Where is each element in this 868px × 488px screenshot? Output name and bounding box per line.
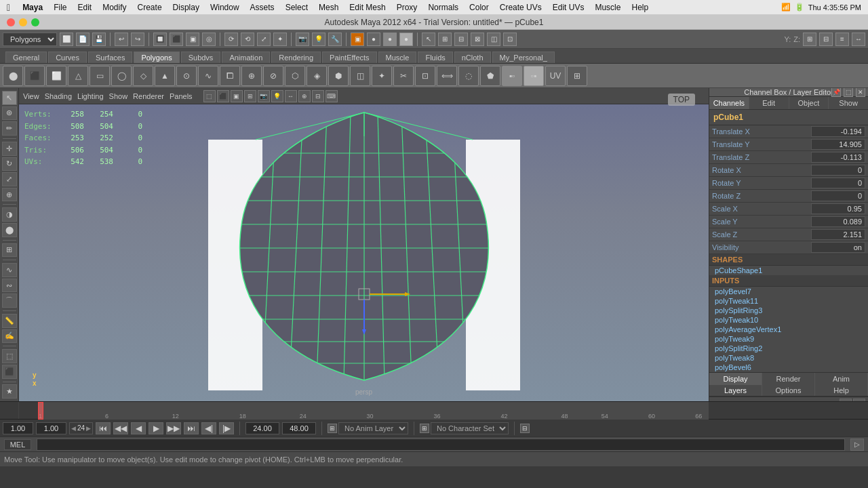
toolbar-icon-5[interactable]: ↪ (131, 33, 144, 46)
menu-create[interactable]: Create (132, 3, 167, 12)
menu-modify[interactable]: Modify (97, 3, 132, 12)
toolbar-icon-snap3[interactable]: ⊠ (471, 33, 484, 46)
cb-pin-icon[interactable]: 📌 (831, 88, 841, 97)
menu-select[interactable]: Select (280, 3, 313, 12)
shelf-tab-subdvs[interactable]: Subdvs (181, 52, 221, 63)
toolbar-icon-light[interactable]: ● (383, 33, 397, 46)
menu-normals[interactable]: Normals (422, 3, 464, 12)
toolbar-icon-snap1[interactable]: ⊞ (438, 33, 452, 46)
timeline-playhead[interactable] (38, 402, 43, 420)
playback-end-input[interactable] (245, 422, 279, 434)
shelf-tab-curves[interactable]: Curves (48, 52, 87, 63)
shelf-extrude[interactable]: ⬡ (285, 66, 305, 86)
shelf-bridge[interactable]: ⬢ (328, 66, 349, 86)
soft-modify-tool[interactable]: ◑ (2, 207, 17, 222)
toolbar-icon-14[interactable]: 📷 (296, 33, 309, 46)
shelf-plane[interactable]: ▭ (90, 66, 110, 86)
curve-bezier-tool[interactable]: ⌒ (2, 293, 17, 308)
toolbar-icon-end2[interactable]: ⊟ (819, 33, 833, 46)
paint-tool[interactable]: ✏ (2, 121, 17, 136)
cb-input-polytweak9[interactable]: polyTweak9 (709, 334, 868, 344)
cb-translate-y-val[interactable]: 14.905 (811, 139, 865, 150)
shelf-combine[interactable]: ⊕ (241, 66, 262, 86)
playback-current-input[interactable] (36, 422, 66, 434)
menu-mesh[interactable]: Mesh (313, 3, 344, 12)
toolbar-icon-snap2[interactable]: ⊟ (454, 33, 468, 46)
cb-lay-tab-layers[interactable]: Layers (709, 385, 762, 396)
toolbar-icon-end4[interactable]: ↔ (852, 33, 865, 46)
toolbar-icon-16[interactable]: 🔧 (328, 33, 342, 46)
menu-color[interactable]: Color (464, 3, 494, 12)
cb-tab-edit[interactable]: Edit (749, 97, 789, 109)
shelf-cone[interactable]: △ (68, 66, 88, 86)
cb-visibility-val[interactable]: on (811, 242, 865, 253)
cb-input-polyaveragevertex1[interactable]: polyAverageVertex1 (709, 325, 868, 334)
shelf-prism[interactable]: ◇ (133, 66, 153, 86)
cb-translate-z-val[interactable]: -0.113 (811, 152, 865, 163)
shelf-tab-surfaces[interactable]: Surfaces (88, 52, 132, 63)
lasso-tool[interactable]: ⊛ (2, 106, 17, 121)
toolbar-icon-gray[interactable]: ● (367, 33, 380, 46)
toolbar-icon-13[interactable]: ✦ (273, 33, 287, 46)
shelf-reduce[interactable]: ⬟ (480, 66, 500, 86)
toolbar-icon-4[interactable]: ↩ (115, 33, 128, 46)
cb-translate-x-val[interactable]: -0.194 (811, 126, 865, 137)
menu-display[interactable]: Display (167, 3, 205, 12)
shelf-mirror[interactable]: ⟺ (437, 66, 457, 86)
play-forward-button[interactable]: ▶ (149, 422, 163, 434)
cb-tab-channels[interactable]: Channels (709, 97, 749, 109)
cb-input-polysplitring2[interactable]: polySplitRing2 (709, 344, 868, 353)
toolbar-icon-12[interactable]: ⤢ (257, 33, 271, 46)
select-tool[interactable]: ↖ (2, 91, 17, 105)
command-output-icon[interactable]: ▷ (850, 439, 864, 451)
shelf-pyramid[interactable]: ▲ (155, 66, 175, 86)
cb-bot-tab-anim[interactable]: Anim (815, 373, 868, 385)
toolbar-icon-1[interactable]: ⬜ (60, 33, 73, 46)
measure-tool[interactable]: 📏 (2, 314, 17, 328)
mel-label[interactable]: MEL (4, 439, 31, 450)
shelf-cube[interactable]: ⬛ (24, 66, 45, 86)
scale-tool[interactable]: ⤢ (2, 172, 17, 186)
menu-edit-uvs[interactable]: Edit UVs (547, 3, 590, 12)
shelf-icon-last[interactable]: ⊞ (567, 66, 587, 86)
shelf-fill[interactable]: ◫ (350, 66, 370, 86)
toolbar-icon-snap5[interactable]: ⊡ (503, 33, 517, 46)
menu-edit[interactable]: Edit (73, 3, 98, 12)
shelf-tab-polygons[interactable]: Polygons (134, 52, 179, 63)
app-name[interactable]: Maya (17, 3, 48, 12)
cb-lay-tab-help[interactable]: Help (815, 385, 868, 396)
toolbar-icon-9[interactable]: ◎ (202, 33, 216, 46)
shelf-cylinder[interactable]: ⬜ (46, 66, 66, 86)
cb-input-polytweak10[interactable]: polyTweak10 (709, 315, 868, 325)
shelf-tab-ncloth[interactable]: nCloth (454, 52, 491, 63)
cb-scale-z-val[interactable]: 2.151 (811, 229, 865, 240)
shelf-bevel[interactable]: ◈ (307, 66, 327, 86)
cb-input-polysplitring3[interactable]: polySplitRing3 (709, 306, 868, 315)
close-button[interactable] (7, 18, 15, 26)
step-forward-key[interactable]: |▶ (219, 422, 234, 434)
quick-select-set[interactable]: ★ (2, 384, 17, 399)
mode-selector[interactable]: Polygons (3, 33, 57, 46)
toolbar-icon-end3[interactable]: ≡ (835, 33, 849, 46)
step-back-button[interactable]: ◀◀ (113, 422, 128, 434)
maximize-button[interactable] (31, 18, 39, 26)
shelf-checker2[interactable]: ▫▪ (524, 66, 544, 86)
shelf-tab-general[interactable]: General (5, 52, 47, 63)
shelf-tab-fluids[interactable]: Fluids (418, 52, 452, 63)
menu-proxy[interactable]: Proxy (391, 3, 423, 12)
shelf-checker[interactable]: ▪▫ (502, 66, 522, 86)
cb-scale-y-val[interactable]: 0.089 (811, 216, 865, 227)
curve-cv-tool[interactable]: ∿ (2, 263, 17, 277)
cb-lay-tab-options[interactable]: Options (762, 385, 815, 396)
cb-float-icon[interactable]: ⬚ (844, 88, 853, 97)
menu-window[interactable]: Window (205, 3, 245, 12)
shelf-tab-personal[interactable]: My_Personal_ (492, 52, 555, 63)
shelf-split[interactable]: ✦ (372, 66, 392, 86)
cb-tab-object[interactable]: Object (789, 97, 829, 109)
cb-scale-x-val[interactable]: 0.95 (811, 203, 865, 214)
shelf-separate[interactable]: ⊘ (263, 66, 283, 86)
cb-tab-show[interactable]: Show (829, 97, 868, 109)
shelf-tab-rendering[interactable]: Rendering (271, 52, 321, 63)
cb-rotate-x-val[interactable]: 0 (811, 165, 865, 176)
shelf-torus[interactable]: ◯ (111, 66, 132, 86)
